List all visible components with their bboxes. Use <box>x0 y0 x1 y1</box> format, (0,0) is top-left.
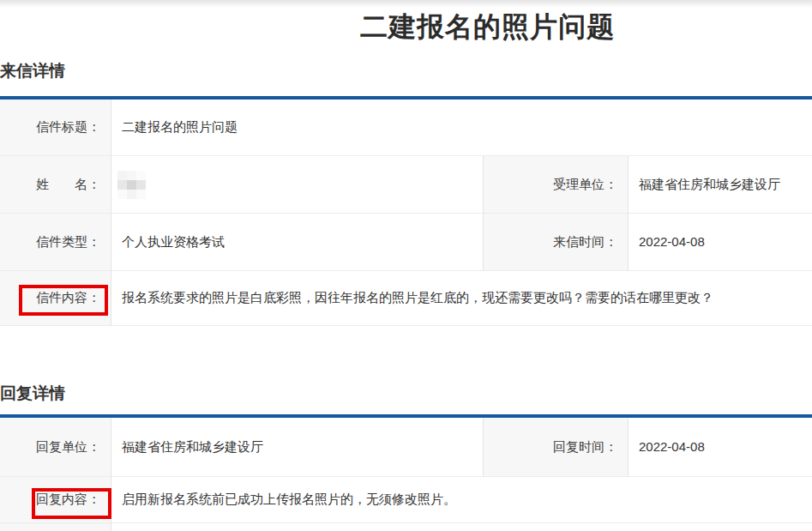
letter-detail-table: 信件标题： 二建报名的照片问题 姓 名： 受理单位： 福建省住房和城乡建设厅 信… <box>0 96 812 326</box>
reply-unit-value: 福建省住房和城乡建设厅 <box>111 418 483 477</box>
letter-title-label: 信件标题： <box>0 100 111 156</box>
reply-empty-label-cell <box>0 523 111 531</box>
reply-empty-value-cell <box>111 523 812 531</box>
letter-time-value: 2022-04-08 <box>629 214 812 271</box>
letter-content-label: 信件内容： <box>0 271 111 326</box>
accepting-unit-value: 福建省住房和城乡建设厅 <box>629 156 812 214</box>
letter-type-label: 信件类型： <box>0 214 111 271</box>
letter-name-value <box>111 156 483 214</box>
letter-detail-page: 二建报名的照片问题 来信详情 信件标题： 二建报名的照片问题 姓 名： 受理单位… <box>0 0 812 531</box>
letter-section-heading: 来信详情 <box>0 60 65 82</box>
letter-content-value: 报名系统要求的照片是白底彩照，因往年报名的照片是红底的，现还需要更改吗？需要的话… <box>111 271 812 326</box>
top-shadow <box>0 0 812 8</box>
reply-section-heading: 回复详情 <box>0 383 65 405</box>
reply-content-label: 回复内容： <box>0 477 111 523</box>
letter-time-label: 来信时间： <box>483 214 629 271</box>
reply-content-value: 启用新报名系统前已成功上传报名照片的，无须修改照片。 <box>111 477 812 523</box>
letter-name-label: 姓 名： <box>0 156 111 214</box>
redacted-name-mosaic <box>117 171 146 199</box>
letter-title-value: 二建报名的照片问题 <box>111 100 812 156</box>
accepting-unit-label: 受理单位： <box>483 156 629 214</box>
reply-detail-table: 回复单位： 福建省住房和城乡建设厅 回复时间： 2022-04-08 回复内容：… <box>0 414 812 531</box>
reply-time-label: 回复时间： <box>483 418 629 477</box>
page-title: 二建报名的照片问题 <box>360 9 615 46</box>
reply-unit-label: 回复单位： <box>0 418 111 477</box>
reply-time-value: 2022-04-08 <box>629 418 812 477</box>
letter-type-value: 个人执业资格考试 <box>111 214 483 271</box>
